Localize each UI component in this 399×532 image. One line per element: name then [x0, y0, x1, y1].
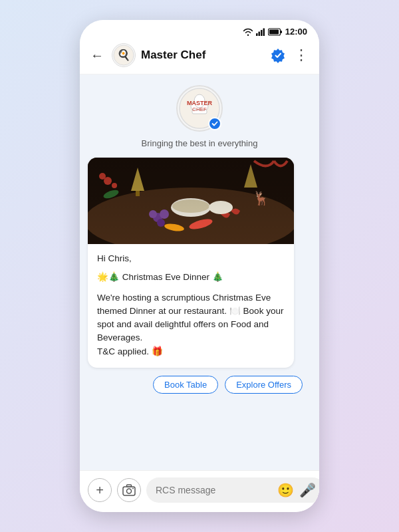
svg-point-36 [127, 489, 132, 493]
phone-frame: 12:00 ← 🍳 Master Chef ⋮ [80, 20, 319, 512]
profile-tagline: Bringing the best in everything [142, 138, 258, 148]
status-icons: 12:00 [243, 27, 307, 37]
camera-button[interactable] [117, 478, 141, 502]
input-bar: + 🙂 🎤 [80, 470, 319, 512]
profile-section: MASTER CHEF Bringing the best in everyth… [142, 85, 258, 148]
app-bar: ← 🍳 Master Chef ⋮ [80, 39, 319, 74]
svg-rect-37 [127, 485, 132, 487]
svg-rect-5 [280, 31, 282, 33]
emoji-button[interactable]: 🙂 [277, 482, 294, 498]
svg-rect-1 [258, 31, 260, 36]
svg-point-38 [132, 488, 134, 489]
greeting: Hi Chris, [97, 252, 285, 265]
profile-verified-badge [208, 117, 221, 130]
message-card: 🦌 Hi Chris, 🌟🎄 Christmas Eve Dinner � [88, 158, 294, 368]
wifi-icon [243, 28, 253, 36]
app-bar-title: Master Chef [141, 49, 265, 62]
message-input[interactable] [156, 485, 272, 495]
svg-rect-3 [263, 28, 265, 36]
status-bar: 12:00 [80, 20, 319, 39]
signal-icon [256, 28, 265, 36]
more-options-button[interactable]: ⋮ [291, 45, 311, 65]
svg-rect-6 [269, 29, 279, 34]
svg-text:CHEF: CHEF [192, 106, 207, 112]
profile-avatar-wrap: MASTER CHEF [176, 85, 223, 132]
battery-icon [268, 28, 283, 36]
back-button[interactable]: ← [88, 45, 106, 66]
svg-rect-0 [256, 33, 258, 36]
body-text: We're hosting a scrumptious Christmas Ev… [97, 291, 285, 358]
chat-area: MASTER CHEF Bringing the best in everyth… [80, 74, 319, 470]
book-table-button[interactable]: Book Table [153, 376, 218, 394]
subject: 🌟🎄 Christmas Eve Dinner 🎄 [97, 271, 285, 284]
status-time: 12:00 [285, 27, 307, 37]
verified-icon [270, 47, 286, 63]
svg-rect-2 [261, 30, 263, 36]
mic-button[interactable]: 🎤 [299, 482, 316, 498]
message-body: Hi Chris, 🌟🎄 Christmas Eve Dinner 🎄 We'r… [88, 244, 294, 368]
camera-icon [122, 484, 136, 496]
svg-rect-34 [88, 158, 294, 244]
svg-text:MASTER: MASTER [187, 100, 213, 106]
message-text: Hi Chris, 🌟🎄 Christmas Eve Dinner 🎄 We'r… [97, 252, 285, 358]
svg-text:🍳: 🍳 [117, 49, 130, 61]
action-buttons: Book Table Explore Offers [96, 376, 303, 394]
app-bar-avatar: 🍳 [112, 43, 136, 67]
food-image: 🦌 [88, 158, 294, 244]
add-button[interactable]: + [88, 478, 112, 502]
message-input-wrap[interactable]: 🙂 🎤 [146, 477, 319, 503]
explore-offers-button[interactable]: Explore Offers [225, 376, 303, 394]
